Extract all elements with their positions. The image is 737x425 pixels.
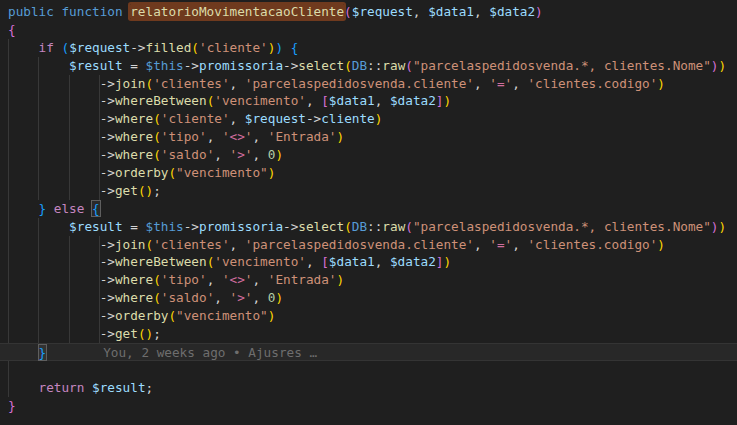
token-string: 'cliente' [199,40,268,55]
code-line[interactable]: ->where('saldo', '>', 0) [0,146,737,164]
code-line[interactable]: return $result; [0,379,737,397]
code-line[interactable]: $result = $this->promissoria->select(DB:… [0,218,737,236]
token-keyword: public function [8,4,130,19]
token-keyword: DB [352,58,367,73]
token-string: "parcelaspedidosvenda.*, clientes.Nome" [413,219,711,234]
token-indent [84,201,92,216]
code-line[interactable]: ->whereBetween('vencimento', [$data1, $d… [0,253,737,271]
token-string: 'parcelaspedidosvenda.cliente' [245,76,474,91]
code-line[interactable]: ->orderby("vencimento") [0,307,737,325]
code-line[interactable]: ->orderby("vencimento") [0,164,737,182]
token-function: select [298,58,344,73]
token-bracket: ( [146,76,154,91]
token-indent [8,183,100,198]
token-variable: $result [92,380,145,395]
token-bracket: ) [657,76,665,91]
token-variable: $data2 [390,93,436,108]
token-bracket: ( [405,58,413,73]
code-line[interactable]: $result = $this->promissoria->select(DB:… [0,57,737,75]
code-line[interactable]: ->where('saldo', '>', 0) [0,289,737,307]
code-line[interactable]: ->get(); [0,182,737,200]
token-punctuation: -> [100,290,115,305]
token-indent [8,201,39,216]
token-function: join [115,76,146,91]
code-line[interactable]: ->where('tipo', '<>', 'Entrada') [0,271,737,289]
token-punctuation: -> [100,272,115,287]
token-function: whereBetween [115,93,207,108]
token-variable: $data1 [329,254,375,269]
token-bracket: ) [275,290,283,305]
token-string: 'tipo' [161,272,207,287]
token-punctuation: , [207,129,222,144]
token-bracket: ( [344,4,352,19]
token-function: relatorioMovimentacaoCliente [130,4,344,19]
token-punctuation: -> [100,308,115,323]
token-string: 'Entrada' [268,272,337,287]
token-indent [8,219,69,234]
token-variable: promissoria [199,58,283,73]
token-punctuation: , [252,129,267,144]
token-punctuation: -> [100,76,115,91]
token-bracket: ( [168,308,176,323]
token-bracket: ) [268,165,276,180]
code-line[interactable]: ->where('cliente', $request->cliente) [0,110,737,128]
token-bracket: ( [344,219,352,234]
token-punctuation: -> [283,219,298,234]
token-string: ' [222,129,230,144]
token-punctuation: , [230,76,245,91]
code-line[interactable]: } [0,397,737,415]
token-string: 'clientes' [153,76,229,91]
token-punctuation: , [375,93,390,108]
code-line[interactable]: { [0,21,737,39]
code-line[interactable] [0,361,737,379]
token-punctuation: , [512,237,527,252]
token-string: 'clientes.codigo' [527,237,657,252]
token-string: 'clientes.codigo' [527,76,657,91]
token-function: whereBetween [115,254,207,269]
code-line[interactable]: ->join('clientes', 'parcelaspedidosvenda… [0,75,737,93]
token-bracket: ) [275,147,283,162]
token-bracket: ) [718,58,726,73]
token-keyword: $this [146,58,184,73]
token-variable: $result [69,219,122,234]
token-punctuation: -> [283,58,298,73]
token-control-keyword: return [39,380,85,395]
token-string-operator: = [497,76,505,91]
token-punctuation: -> [100,183,115,198]
token-bracket: ( [153,290,161,305]
token-punctuation: , [230,237,245,252]
token-indent [8,237,100,252]
code-line[interactable]: } else { [0,200,737,218]
code-line[interactable]: ->join('clientes', 'parcelaspedidosvenda… [0,236,737,254]
token-string-operator: <> [230,272,245,287]
token-indent [8,254,100,269]
token-bracket: ) [337,272,345,287]
code-editor[interactable]: public function relatorioMovimentacaoCli… [0,0,737,425]
token-indent [8,380,39,395]
token-string: 'saldo' [161,290,214,305]
code-line[interactable]: ->whereBetween('vencimento', [$data1, $d… [0,92,737,110]
token-bracket: ( [138,326,146,341]
code-line[interactable]: if ($request->filled('cliente')) { [0,39,737,57]
token-punctuation: = [123,219,146,234]
token-variable: $result [69,58,122,73]
token-keyword: DB [352,219,367,234]
token-bracket: ( [138,183,146,198]
token-punctuation: = [123,58,146,73]
code-line[interactable]: public function relatorioMovimentacaoCli… [0,3,737,21]
git-blame-annotation[interactable]: You, 2 weeks ago • Ajusres … [103,345,317,360]
token-punctuation: :: [367,58,382,73]
token-bracket: ( [344,58,352,73]
code-line-current[interactable]: }You, 2 weeks ago • Ajusres … [0,343,737,361]
token-punctuation: -> [184,219,199,234]
token-variable: cliente [321,111,374,126]
token-bracket: ) [375,111,383,126]
token-punctuation: ; [153,326,161,341]
code-line[interactable]: ->get(); [0,325,737,343]
token-function: where [115,272,153,287]
token-punctuation: , [230,111,245,126]
token-bracket: } [8,398,16,413]
token-bracket: { [8,22,16,37]
token-function: get [115,183,138,198]
code-line[interactable]: ->where('tipo', '<>', 'Entrada') [0,128,737,146]
